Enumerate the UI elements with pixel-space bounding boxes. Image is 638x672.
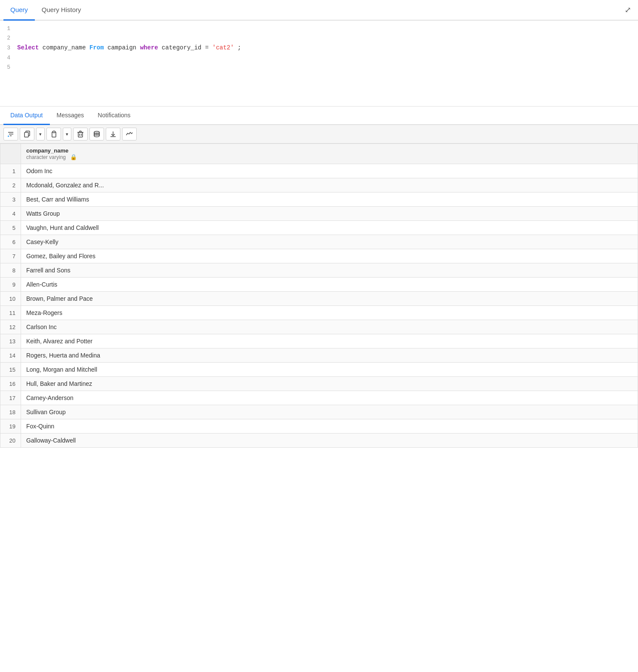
download-icon	[110, 131, 117, 137]
row-number: 17	[0, 391, 21, 405]
copy-icon	[24, 131, 31, 137]
company-name-cell: Hull, Baker and Martinez	[21, 377, 638, 391]
table-row[interactable]: 16Hull, Baker and Martinez	[0, 377, 638, 391]
company-name-cell: Best, Carr and Williams	[21, 192, 638, 207]
keyword-from: From	[89, 44, 104, 51]
delete-icon	[77, 131, 84, 137]
row-number: 7	[0, 249, 21, 263]
add-filter-icon	[7, 131, 14, 137]
code-plain-3: category_id =	[162, 44, 212, 51]
company-name-cell: Sullivan Group	[21, 405, 638, 419]
editor-area[interactable]: 1 2 3 Select company_name From campaign …	[0, 21, 638, 107]
company-name-cell: Galloway-Caldwell	[21, 434, 638, 448]
row-number: 18	[0, 405, 21, 419]
database-icon	[93, 131, 100, 137]
copy-dropdown-button[interactable]: ▾	[36, 128, 45, 141]
table-row[interactable]: 15Long, Morgan and Mitchell	[0, 363, 638, 377]
row-number: 16	[0, 377, 21, 391]
svg-point-20	[94, 133, 99, 135]
row-number: 12	[0, 320, 21, 334]
main-tabs: Query Query History ⤢	[0, 0, 638, 21]
row-num-header	[0, 144, 21, 164]
row-number: 9	[0, 278, 21, 292]
output-tabs: Data Output Messages Notifications	[0, 107, 638, 125]
row-number: 19	[0, 419, 21, 434]
row-number: 5	[0, 221, 21, 235]
table-row[interactable]: 14Rogers, Huerta and Medina	[0, 348, 638, 363]
table-row[interactable]: 1Odom Inc	[0, 164, 638, 178]
row-number: 8	[0, 263, 21, 278]
company-name-cell: Watts Group	[21, 207, 638, 221]
row-number: 4	[0, 207, 21, 221]
data-table: company_name character varying 🔒 1Odom I…	[0, 144, 638, 448]
table-row[interactable]: 12Carlson Inc	[0, 320, 638, 334]
copy-button[interactable]	[20, 128, 34, 141]
code-line-3: 3 Select company_name From campaign wher…	[0, 43, 638, 53]
row-number: 15	[0, 363, 21, 377]
table-row[interactable]: 3Best, Carr and Williams	[0, 192, 638, 207]
table-row[interactable]: 20Galloway-Caldwell	[0, 434, 638, 448]
company-name-cell: Farrell and Sons	[21, 263, 638, 278]
table-row[interactable]: 18Sullivan Group	[0, 405, 638, 419]
download-button[interactable]	[106, 128, 120, 141]
tab-query-history[interactable]: Query History	[35, 0, 88, 21]
company-name-header: company_name character varying 🔒	[21, 144, 638, 164]
company-name-cell: Allen-Curtis	[21, 278, 638, 292]
table-row[interactable]: 7Gomez, Bailey and Flores	[0, 249, 638, 263]
company-name-cell: Odom Inc	[21, 164, 638, 178]
table-row[interactable]: 17Carney-Anderson	[0, 391, 638, 405]
table-row[interactable]: 19Fox-Quinn	[0, 419, 638, 434]
svg-rect-8	[53, 131, 55, 133]
code-semicolon: ;	[238, 44, 241, 51]
company-name-cell: Fox-Quinn	[21, 419, 638, 434]
svg-rect-9	[78, 132, 83, 137]
code-line-5: 5	[0, 63, 638, 72]
company-name-cell: Casey-Kelly	[21, 235, 638, 249]
table-row[interactable]: 5Vaughn, Hunt and Caldwell	[0, 221, 638, 235]
row-number: 11	[0, 306, 21, 320]
table-row[interactable]: 6Casey-Kelly	[0, 235, 638, 249]
string-cat2: 'cat2'	[212, 44, 234, 51]
company-name-cell: Rogers, Huerta and Medina	[21, 348, 638, 363]
toolbar: ▾ ▾	[0, 125, 638, 144]
table-row[interactable]: 2Mcdonald, Gonzalez and R...	[0, 178, 638, 192]
company-name-cell: Gomez, Bailey and Flores	[21, 249, 638, 263]
tab-data-output[interactable]: Data Output	[3, 107, 50, 125]
delete-button[interactable]	[73, 128, 88, 141]
table-row[interactable]: 10Brown, Palmer and Pace	[0, 292, 638, 306]
svg-rect-6	[25, 132, 28, 137]
row-number: 1	[0, 164, 21, 178]
code-line-1: 1	[0, 24, 638, 34]
table-row[interactable]: 9Allen-Curtis	[0, 278, 638, 292]
code-plain-2: campaign	[107, 44, 140, 51]
code-plain-1: company_name	[43, 44, 89, 51]
code-line-4: 4	[0, 53, 638, 63]
table-row[interactable]: 13Keith, Alvarez and Potter	[0, 334, 638, 348]
code-line-2: 2	[0, 34, 638, 43]
company-name-cell: Long, Morgan and Mitchell	[21, 363, 638, 377]
keyword-where: where	[140, 44, 158, 51]
add-filter-button[interactable]	[3, 128, 18, 141]
table-row[interactable]: 11Meza-Rogers	[0, 306, 638, 320]
data-table-container: company_name character varying 🔒 1Odom I…	[0, 144, 638, 448]
table-row[interactable]: 4Watts Group	[0, 207, 638, 221]
company-name-cell: Carney-Anderson	[21, 391, 638, 405]
save-db-button[interactable]	[89, 128, 104, 141]
table-row[interactable]: 8Farrell and Sons	[0, 263, 638, 278]
row-number: 6	[0, 235, 21, 249]
paste-dropdown-button[interactable]: ▾	[63, 128, 71, 141]
tab-messages[interactable]: Messages	[50, 107, 91, 125]
paste-icon	[50, 131, 57, 137]
lock-icon: 🔒	[70, 154, 77, 160]
tab-notifications[interactable]: Notifications	[91, 107, 137, 125]
row-number: 14	[0, 348, 21, 363]
row-number: 3	[0, 192, 21, 207]
row-number: 2	[0, 178, 21, 192]
graph-button[interactable]	[122, 128, 137, 141]
company-name-cell: Carlson Inc	[21, 320, 638, 334]
tab-query[interactable]: Query	[3, 0, 35, 21]
row-number: 13	[0, 334, 21, 348]
expand-icon[interactable]: ⤢	[621, 2, 635, 18]
company-name-cell: Keith, Alvarez and Potter	[21, 334, 638, 348]
paste-button[interactable]	[46, 128, 61, 141]
